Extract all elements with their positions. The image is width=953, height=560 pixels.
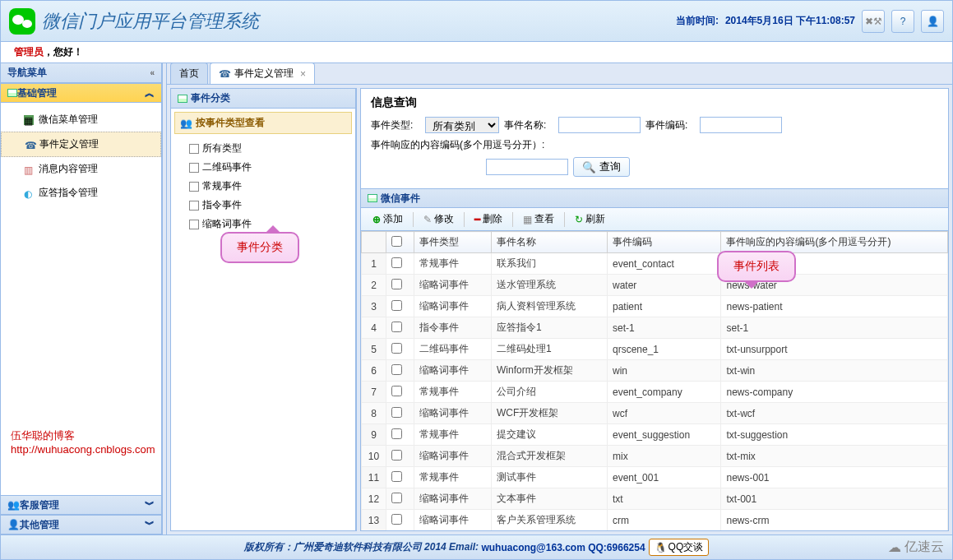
col-rownum (362, 232, 386, 253)
doc-icon (189, 144, 199, 154)
resp-input[interactable] (486, 159, 568, 175)
check-all[interactable] (391, 236, 402, 247)
time-value: 2014年5月16日 下午11:08:57 (725, 14, 855, 28)
row-check[interactable] (391, 450, 402, 460)
row-check[interactable] (391, 407, 402, 418)
row-check[interactable] (391, 257, 402, 268)
nav-item-answer-cmd[interactable]: ◐应答指令管理 (1, 181, 161, 205)
plus-icon: ⊕ (372, 214, 381, 225)
brand-watermark: ☁亿速云 (888, 539, 944, 556)
data-grid: 事件类型 事件名称 事件编码 事件响应的内容编码(多个用逗号分开) 1常规事件联… (361, 231, 948, 530)
close-icon[interactable]: × (300, 68, 306, 80)
row-check[interactable] (391, 364, 402, 375)
table-row[interactable]: 7常规事件公司介绍event_companynews-company (362, 382, 948, 403)
accordion-basic-mgmt[interactable]: 基础管理 ︽ (1, 83, 161, 103)
accordion-customer-service[interactable]: 👥 客服管理 ︾ (1, 495, 161, 515)
doc-icon (189, 182, 199, 192)
qq-chat-button[interactable]: 🐧QQ交谈 (649, 539, 710, 556)
delete-button[interactable]: ━删除 (468, 211, 509, 228)
nav-item-wechat-menu[interactable]: ▦微信菜单管理 (1, 108, 161, 132)
accordion-other-mgmt[interactable]: 👤 其他管理 ︾ (1, 515, 161, 535)
grid-toolbar: ⊕添加 ✎修改 ━删除 ▦查看 ↻刷新 (361, 208, 948, 231)
detail-panel: 信息查询 事件类型: 所有类别 事件名称: 事件编码: 事件响应的内容编码(多个… (361, 88, 949, 531)
row-check[interactable] (391, 514, 402, 525)
settings-button[interactable]: ✖⚒ (862, 10, 885, 33)
name-label: 事件名称: (504, 118, 553, 132)
pencil-icon: ✎ (423, 214, 432, 225)
nav-item-message-content[interactable]: ▥消息内容管理 (1, 157, 161, 181)
collapse-icon[interactable]: « (150, 68, 155, 77)
callout-tree: 事件分类 (220, 232, 299, 263)
row-check[interactable] (391, 386, 402, 396)
phone-icon: ☎ (219, 68, 231, 80)
add-button[interactable]: ⊕添加 (366, 211, 409, 228)
row-check[interactable] (391, 343, 402, 354)
row-check[interactable] (391, 279, 402, 289)
col-resp[interactable]: 事件响应的内容编码(多个用逗号分开) (721, 232, 948, 253)
grid-title: 微信事件 (361, 188, 948, 208)
tree-item[interactable]: 二维码事件 (189, 158, 352, 177)
row-check[interactable] (391, 428, 402, 439)
table-row[interactable]: 12缩略词事件文本事件txttxt-001 (362, 488, 948, 510)
wechat-logo-icon (9, 8, 35, 35)
gear-icon: ✖⚒ (865, 16, 882, 27)
row-check[interactable] (391, 300, 402, 311)
name-input[interactable] (558, 117, 641, 133)
col-type[interactable]: 事件类型 (414, 232, 491, 253)
accordion-label: 基础管理 (17, 86, 57, 100)
col-code[interactable]: 事件编码 (608, 232, 721, 253)
delete-icon: ━ (474, 214, 480, 225)
nav-item-event-def[interactable]: ☎事件定义管理 (1, 132, 161, 157)
tree-item[interactable]: 常规事件 (189, 177, 352, 196)
tree-group[interactable]: 👥按事件类型查看 (174, 112, 352, 134)
table-row[interactable]: 6缩略词事件Winform开发框架wintxt-win (362, 360, 948, 382)
refresh-icon: ↻ (575, 214, 583, 225)
tree-item[interactable]: 指令事件 (189, 196, 352, 215)
col-name[interactable]: 事件名称 (492, 232, 608, 253)
table-row[interactable]: 13缩略词事件客户关系管理系统crmnews-crm (362, 510, 948, 531)
table-row[interactable]: 8缩略词事件WCF开发框架wcftxt-wcf (362, 403, 948, 424)
table-icon (178, 95, 187, 103)
row-check[interactable] (391, 493, 402, 503)
phone-icon: ☎ (25, 140, 35, 150)
row-check[interactable] (391, 471, 402, 482)
bubble-icon: ◐ (24, 188, 34, 198)
tab-home[interactable]: 首页 (170, 63, 208, 84)
table-row[interactable]: 5二维码事件二维码处理1qrscene_1txt-unsurpport (362, 339, 948, 360)
type-label: 事件类型: (371, 118, 420, 132)
user-button[interactable]: 👤 (921, 10, 944, 33)
tree-item[interactable]: 所有类型 (189, 139, 352, 158)
refresh-button[interactable]: ↻刷新 (568, 211, 612, 228)
magnifier-icon: 🔍 (582, 161, 596, 174)
table-row[interactable]: 9常规事件提交建议event_suggestiontxt-suggestion (362, 424, 948, 446)
tab-event-def[interactable]: ☎事件定义管理× (210, 63, 315, 84)
help-button[interactable]: ? (891, 10, 914, 33)
query-button[interactable]: 🔍查询 (573, 157, 630, 177)
doc-icon (189, 220, 199, 229)
blog-link[interactable]: 伍华聪的博客 http://wuhuacong.cnblogs.com (11, 428, 161, 456)
table-row[interactable]: 1常规事件联系我们event_contacttxt-contact (362, 253, 948, 275)
footer-email[interactable]: wuhuacong@163.com (481, 542, 585, 553)
doc-icon (189, 163, 199, 173)
cloud-icon: ☁ (888, 539, 901, 555)
greeting-admin: 管理员 (14, 45, 44, 59)
code-input[interactable] (700, 117, 782, 133)
user-icon: 👤 (927, 16, 939, 27)
table-row[interactable]: 3缩略词事件病人资料管理系统patientnews-patient (362, 296, 948, 317)
view-button[interactable]: ▦查看 (516, 211, 561, 228)
chevron-down-icon: ︾ (145, 518, 155, 532)
edit-button[interactable]: ✎修改 (417, 211, 460, 228)
table-row[interactable]: 4指令事件应答指令1set-1set-1 (362, 317, 948, 339)
menu-icon: ▦ (24, 115, 34, 125)
type-select[interactable]: 所有类别 (425, 117, 499, 133)
table-row[interactable]: 10缩略词事件混合式开发框架mixtxt-mix (362, 446, 948, 467)
people-icon: 👥 (7, 499, 20, 511)
person-icon: 👤 (7, 519, 20, 530)
table-row[interactable]: 2缩略词事件送水管理系统waternews-water (362, 275, 948, 296)
nav-menu: 导航菜单 « 基础管理 ︽ ▦微信菜单管理 ☎事件定义管理 ▥消息内容管理 ◐应… (1, 63, 162, 535)
help-icon: ? (900, 16, 906, 27)
table-row[interactable]: 11常规事件测试事件event_001news-001 (362, 467, 948, 488)
row-check[interactable] (391, 322, 402, 332)
people-icon: 👥 (180, 118, 192, 129)
tree-panel-title: 事件分类 (171, 89, 355, 109)
